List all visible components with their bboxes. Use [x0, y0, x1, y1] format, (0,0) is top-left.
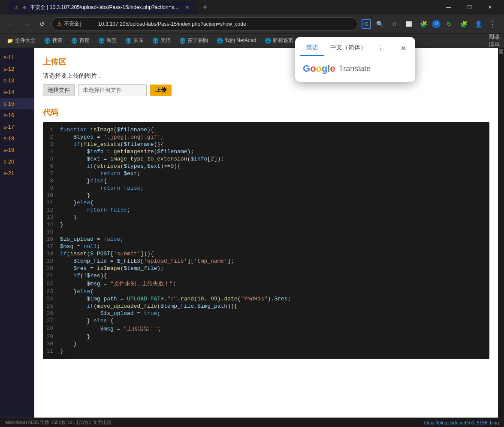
sidebar-item-s13[interactable]: s-13 [0, 75, 34, 86]
profile-button[interactable]: 👤 [472, 18, 484, 30]
bookmark-jd[interactable]: 🌐 京东 [122, 35, 147, 46]
code-title: 代码 [34, 107, 498, 118]
menu-button[interactable]: ⋮ [487, 18, 499, 30]
code-line-9: 9 return false; [43, 185, 489, 192]
globe-icon-suning: 🌐 [179, 38, 186, 44]
code-line-16: 16 $is_upload = false; [43, 236, 489, 243]
scrollbar-thumb[interactable] [499, 49, 503, 54]
sidebar-item-s20[interactable]: s-20 [0, 156, 34, 167]
choose-file-button[interactable]: 选择文件 [43, 84, 75, 96]
bookmark-search[interactable]: 🌐 搜索 [41, 35, 66, 46]
url-separator: | [80, 21, 81, 27]
tab-close-button[interactable]: ✕ [184, 4, 190, 11]
extension-icon[interactable]: 🧩 [417, 18, 429, 30]
minimize-button[interactable]: — [439, 0, 459, 14]
code-line-28: 28 $msg = "上传出错！"; [43, 324, 489, 333]
code-line-18: 18 if(isset($_POST['submit'])){ [43, 250, 489, 257]
new-tab-button[interactable]: + [199, 1, 211, 13]
translate-lang1-button[interactable]: 英语 [300, 40, 324, 56]
sidebar-item-s14[interactable]: s-14 [0, 86, 34, 98]
translate-brand-label: Translate [339, 64, 371, 73]
sidebar-item-s16[interactable]: s-16 [0, 109, 34, 121]
reading-mode-button[interactable]: 阅读清单 [489, 35, 501, 47]
code-line-3: 3 if(file_exists($filename)){ [43, 141, 489, 148]
extensions-button[interactable]: 🧩 [458, 18, 470, 30]
globe-icon-taobao: 🌐 [98, 38, 105, 44]
restore-button[interactable]: ❐ [459, 0, 479, 14]
globe-icon-jd: 🌐 [125, 38, 132, 44]
code-line-15: 15 [43, 228, 489, 236]
translate-more-button[interactable]: ⋮ [374, 41, 388, 55]
folder-icon: 📁 [7, 38, 13, 44]
circle-icon[interactable]: O [432, 20, 441, 28]
google-g-logo: Google [303, 63, 335, 74]
content-area: s-11 s-12 s-13 s-14 s-15 s-16 s-17 s-18 … [0, 48, 504, 418]
translate-lang2-button[interactable]: 中文（简体） [324, 40, 372, 56]
globe-icon-tmall: 🌐 [152, 38, 159, 44]
code-line-23: 23 }else{ [43, 288, 489, 295]
sidebar-item-s17[interactable]: s-17 [0, 121, 34, 133]
title-bar: ⚠ 不安全 | 10.3.107.205/upload-labs/Pass-15… [0, 0, 504, 15]
bookmark-button[interactable]: ☆ [388, 18, 400, 30]
refresh-button[interactable]: ↺ [36, 18, 48, 30]
code-block: 1 function isImage($filename){ 2 $types … [43, 122, 489, 359]
bookmark-suning[interactable]: 🌐 苏宁易购 [176, 35, 211, 46]
code-line-11: 11 }else{ [43, 199, 489, 206]
bookmark-all[interactable]: 📁 全件大全 [3, 35, 39, 46]
bookmarks-bar: 📁 全件大全 🌐 搜索 🌐 百度 🌐 淘宝 🌐 京东 🌐 天猫 🌐 苏宁易购 [0, 33, 504, 48]
code-line-19: 19 $temp_file = $_FILES['upload_file']['… [43, 257, 489, 265]
sidebar-item-s12[interactable]: s-12 [0, 63, 34, 75]
translate-popup: 英语 中文（简体） ⋮ ✕ Google Translate [295, 37, 415, 82]
back-button[interactable]: ← [5, 18, 17, 30]
sidebar-item-s19[interactable]: s-19 [0, 144, 34, 156]
upload-button[interactable]: 上传 [150, 85, 172, 96]
close-button[interactable]: ✕ [480, 0, 500, 14]
code-line-1: 1 function isImage($filename){ [43, 126, 489, 133]
url-text: 10.3.107.205/upload-labs/Pass-15/index.p… [98, 21, 246, 27]
status-url: https://blog.csdn.net/m0_5156_blog [424, 420, 499, 425]
upload-label: 请选择要上传的图片： [43, 72, 489, 80]
upload-section: 上传区 请选择要上传的图片： 选择文件 未选择任何文件 上传 [34, 48, 498, 107]
code-line-4: 4 $info = getimagesize($filename); [43, 148, 489, 155]
code-line-20: 20 $res = isImage($temp_file); [43, 265, 489, 272]
sync-icon[interactable]: ↻ [443, 18, 455, 30]
page-content: 上传区 请选择要上传的图片： 选择文件 未选择任何文件 上传 代码 1 func… [34, 48, 498, 418]
sidebar-item-s15[interactable]: s-15 [0, 98, 34, 109]
globe-icon-netacad: 🌐 [217, 38, 223, 44]
code-line-22: 22 $msg = "文件未知，上传失败！"; [43, 279, 489, 288]
code-line-27: 27 } else { [43, 317, 489, 324]
search-icon-button[interactable]: 🔍 [374, 18, 386, 30]
screenshot-button[interactable]: ⬜ [403, 18, 415, 30]
code-line-17: 17 $msg = null; [43, 243, 489, 250]
translate-button[interactable]: G [362, 19, 371, 29]
code-line-24: 24 $img_path = UPLOAD_PATH."/".rand(10, … [43, 295, 489, 303]
bookmark-taobao[interactable]: 🌐 淘宝 [95, 35, 120, 46]
active-tab[interactable]: ⚠ 不安全 | 10.3.107.205/upload-labs/Pass-15… [8, 1, 197, 14]
translate-header: 英语 中文（简体） ⋮ ✕ [295, 37, 415, 56]
code-line-25: 25 if(move_uploaded_file($temp_file,$img… [43, 303, 489, 310]
code-line-8: 8 }else{ [43, 177, 489, 185]
address-bar-icons: G 🔍 ☆ ⬜ 🧩 O ↻ 🧩 👤 ⋮ [362, 18, 499, 30]
translate-close-button[interactable]: ✕ [396, 41, 410, 55]
code-line-14: 14 } [43, 221, 489, 228]
forward-button[interactable]: → [21, 18, 33, 30]
window-controls: — ❐ ✕ [439, 0, 500, 14]
code-line-31: 31 } [43, 348, 489, 355]
bookmark-baidu[interactable]: 🌐 百度 [68, 35, 93, 46]
code-line-29: 29 } [43, 333, 489, 340]
sidebar-item-s21[interactable]: s-21 [0, 167, 34, 179]
bookmark-newtab[interactable]: 🌐 新标签页 [261, 35, 297, 46]
status-left: Markdown 6655 字数 1551数 121 行5为1 文字山清 [5, 419, 112, 426]
sidebar-item-s11[interactable]: s-11 [0, 51, 34, 63]
code-line-10: 10 } [43, 192, 489, 199]
address-input-container[interactable]: ⚠ 不安全 | 10.3.107.205/upload-labs/Pass-15… [51, 17, 358, 31]
sidebar: s-11 s-12 s-13 s-14 s-15 s-16 s-17 s-18 … [0, 48, 34, 418]
code-line-26: 26 $is_upload = true; [43, 310, 489, 317]
bookmark-netacad[interactable]: 🌐 我的 NetAcad [213, 35, 260, 46]
code-line-7: 7 return $ext; [43, 170, 489, 177]
code-line-6: 6 if(stripos($types,$ext)>=0){ [43, 163, 489, 170]
bookmark-tmall[interactable]: 🌐 天猫 [149, 35, 174, 46]
code-line-12: 12 return false; [43, 206, 489, 214]
sidebar-item-s18[interactable]: s-18 [0, 133, 34, 144]
right-scrollbar [498, 48, 504, 418]
